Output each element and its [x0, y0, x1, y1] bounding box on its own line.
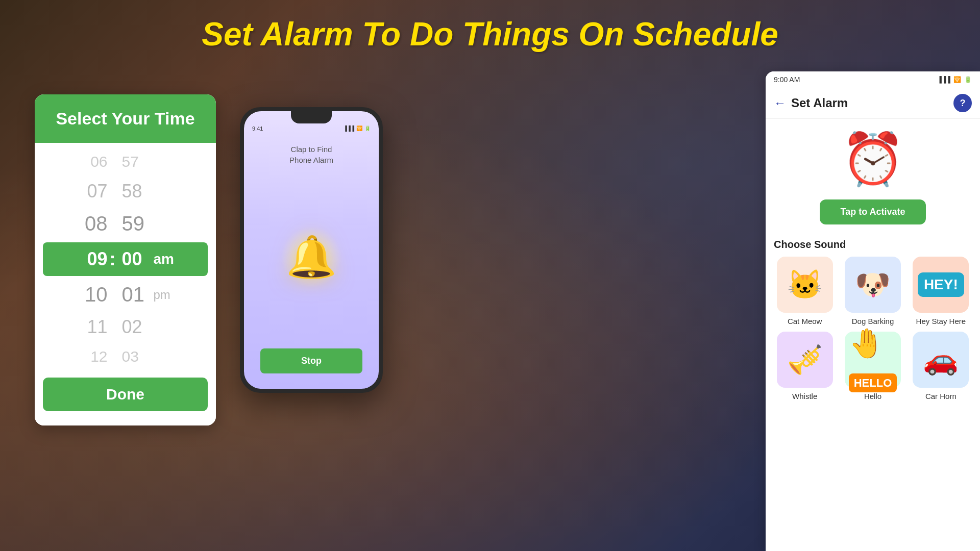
minute-value: 03: [118, 348, 149, 365]
car-horn-label: Car Horn: [925, 392, 957, 400]
sound-grid: 🐱 Cat Meow 🐶 Dog Barking HEY! Hey Stay H…: [766, 257, 980, 400]
time-row[interactable]: 12 03: [35, 343, 216, 370]
time-row-selected[interactable]: 09 : 00 am: [43, 242, 208, 276]
back-button[interactable]: ←: [774, 96, 786, 110]
cat-meow-label: Cat Meow: [788, 317, 822, 325]
dog-barking-label: Dog Barking: [852, 317, 894, 325]
hour-value: 09: [72, 248, 108, 270]
minute-value: 00: [118, 248, 149, 270]
app-header: ← Set Alarm ?: [766, 88, 980, 119]
phone-mockup: 9:41 ▐▐▐ 🛜 🔋 Clap to FindPhone Alarm 🔔 S…: [214, 66, 408, 434]
time-row[interactable]: 10 01 pm: [35, 278, 216, 311]
sound-item-cat-meow[interactable]: 🐱 Cat Meow: [774, 257, 836, 325]
status-icons: ▐▐▐ 🛜 🔋: [937, 76, 972, 83]
hey-badge: HEY!: [918, 272, 964, 297]
battery-status-icon: 🔋: [964, 76, 972, 83]
app-panel: 9:00 AM ▐▐▐ 🛜 🔋 ← Set Alarm ? ⏰ Tap to A…: [766, 71, 980, 551]
hour-value: 06: [72, 153, 108, 170]
phone-body: 9:41 ▐▐▐ 🛜 🔋 Clap to FindPhone Alarm 🔔 S…: [240, 107, 383, 393]
colon: :: [108, 248, 118, 270]
cat-meow-icon-box: 🐱: [777, 257, 833, 313]
sound-item-hello[interactable]: 🤚HELLO Hello: [842, 332, 903, 400]
alarm-clock-image: ⏰: [766, 119, 980, 199]
sound-item-whistle[interactable]: 🎺 Whistle: [774, 332, 836, 400]
sound-item-car-horn[interactable]: 🚗 Car Horn: [910, 332, 972, 400]
hour-value: 10: [72, 283, 108, 306]
hey-stay-here-label: Hey Stay Here: [916, 317, 966, 325]
time-picker-body: 06 57 07 58 08 59 09 : 00 am 10: [35, 143, 216, 425]
done-button[interactable]: Done: [43, 378, 208, 411]
phone-status-bar: 9:41 ▐▐▐ 🛜 🔋: [244, 123, 379, 134]
minute-value: 59: [118, 212, 149, 235]
signal-icon: ▐▐▐: [344, 126, 354, 132]
choose-sound-title: Choose Sound: [766, 235, 980, 257]
clock-icon: ⏰: [841, 129, 905, 189]
whistle-label: Whistle: [792, 392, 817, 400]
wifi-status-icon: 🛜: [953, 76, 961, 83]
dog-barking-icon-box: 🐶: [845, 257, 901, 313]
hello-icon: 🤚HELLO: [849, 327, 897, 393]
app-status-bar: 9:00 AM ▐▐▐ 🛜 🔋: [766, 71, 980, 88]
time-picker-title: Select Your Time: [56, 109, 194, 128]
whistle-icon: 🎺: [787, 343, 823, 377]
hello-label: Hello: [864, 392, 881, 400]
hour-value: 12: [72, 348, 108, 365]
time-picker-header: Select Your Time: [35, 94, 216, 143]
dog-icon: 🐶: [855, 268, 891, 302]
bell-icon: 🔔: [286, 233, 337, 281]
time-row[interactable]: 11 02: [35, 311, 216, 343]
time-row[interactable]: 06 57: [35, 148, 216, 176]
hour-value: 07: [72, 181, 108, 202]
clap-instructions: Clap to FindPhone Alarm: [289, 144, 333, 165]
car-horn-icon-box: 🚗: [913, 332, 969, 388]
ampm-value: am: [149, 251, 179, 267]
tap-activate-button[interactable]: Tap to Activate: [820, 199, 925, 224]
time-row[interactable]: 07 58: [35, 176, 216, 207]
help-button[interactable]: ?: [953, 94, 972, 112]
hello-icon-box: 🤚HELLO: [845, 332, 901, 388]
battery-icon: 🔋: [364, 126, 371, 132]
minute-value: 02: [118, 316, 149, 338]
minute-value: 58: [118, 181, 149, 202]
time-picker-card: Select Your Time 06 57 07 58 08 59 09 :: [35, 94, 216, 425]
whistle-icon-box: 🎺: [777, 332, 833, 388]
bell-container: 🔔: [286, 165, 337, 348]
sound-item-dog-barking[interactable]: 🐶 Dog Barking: [842, 257, 903, 325]
phone-time: 9:41: [252, 126, 263, 132]
phone-screen: 9:41 ▐▐▐ 🛜 🔋 Clap to FindPhone Alarm 🔔 S…: [244, 111, 379, 389]
ampm-value: pm: [149, 288, 179, 302]
minute-value: 01: [118, 283, 149, 306]
sound-item-hey-stay-here[interactable]: HEY! Hey Stay Here: [910, 257, 972, 325]
minute-value: 57: [118, 153, 149, 170]
app-status-time: 9:00 AM: [774, 76, 800, 84]
hey-stay-here-icon-box: HEY!: [913, 257, 969, 313]
time-row[interactable]: 08 59: [35, 207, 216, 240]
set-alarm-title: Set Alarm: [791, 96, 953, 110]
phone-notch: [291, 111, 332, 123]
cat-icon: 🐱: [787, 268, 823, 302]
signal-bars-icon: ▐▐▐: [937, 76, 950, 83]
car-icon: 🚗: [923, 343, 959, 377]
wifi-icon: 🛜: [356, 126, 362, 132]
hour-value: 11: [72, 316, 108, 338]
main-title: Set Alarm To Do Things On Schedule: [0, 15, 980, 53]
stop-button[interactable]: Stop: [260, 348, 362, 373]
hour-value: 08: [72, 212, 108, 235]
